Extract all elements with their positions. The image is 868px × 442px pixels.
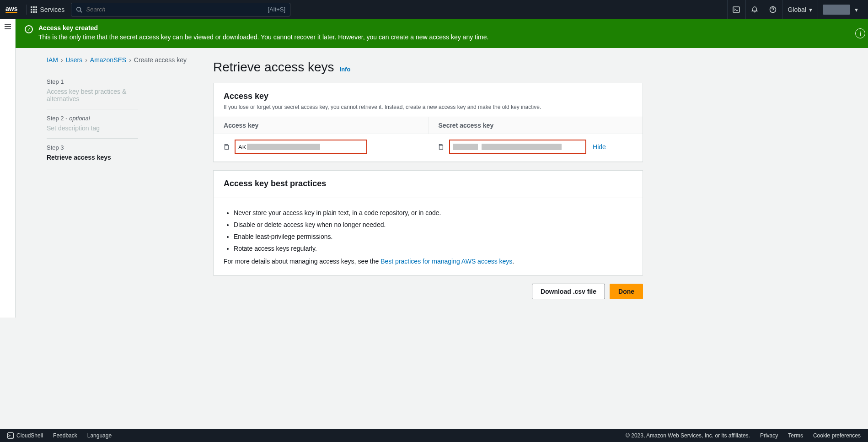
svg-line-10 bbox=[80, 11, 82, 12]
list-item: Enable least-privilege permissions. bbox=[234, 233, 632, 240]
cloudshell-icon[interactable] bbox=[727, 0, 745, 19]
svg-rect-8 bbox=[36, 11, 38, 13]
language-link[interactable]: Language bbox=[87, 432, 112, 439]
account-menu[interactable]: ▾ bbox=[818, 0, 863, 19]
success-check-icon: ✓ bbox=[25, 25, 33, 33]
search-kbd-hint: [Alt+S] bbox=[268, 6, 285, 13]
breadcrumb-link-users[interactable]: Users bbox=[66, 56, 83, 64]
secret-redacted-1 bbox=[453, 144, 478, 150]
divider bbox=[27, 5, 27, 15]
terms-link[interactable]: Terms bbox=[788, 432, 803, 439]
info-circle-icon[interactable]: i bbox=[855, 28, 865, 38]
header-utilities: Global ▾ ▾ bbox=[727, 0, 863, 19]
region-label: Global bbox=[788, 6, 806, 13]
access-key-prefix: AK bbox=[238, 144, 246, 151]
flash-description: This is the only time that the secret ac… bbox=[38, 33, 488, 41]
services-menu[interactable]: Services bbox=[31, 6, 64, 13]
chevron-right-icon: › bbox=[61, 56, 63, 64]
best-practices-doc-link[interactable]: Best practices for managing AWS access k… bbox=[380, 258, 512, 265]
download-csv-button[interactable]: Download .csv file bbox=[532, 284, 605, 299]
access-key-redacted bbox=[247, 144, 320, 150]
card-heading: Access key best practices bbox=[224, 179, 632, 189]
access-key-card: Access key If you lose or forget your se… bbox=[213, 83, 643, 162]
step-number-text: Step 2 bbox=[47, 115, 64, 122]
step-1: Step 1 Access key best practices & alter… bbox=[47, 73, 138, 109]
list-item: Rotate access keys regularly. bbox=[234, 245, 632, 252]
aws-logo[interactable]: aws bbox=[5, 6, 17, 13]
best-practices-card: Access key best practices Never store yo… bbox=[213, 170, 643, 275]
cloudshell-footer-button[interactable]: >_ CloudShell bbox=[7, 432, 43, 439]
region-selector[interactable]: Global ▾ bbox=[782, 0, 818, 19]
svg-rect-11 bbox=[733, 7, 739, 12]
caret-down-icon: ▾ bbox=[809, 6, 812, 13]
svg-rect-0 bbox=[31, 6, 32, 8]
breadcrumb-current: Create access key bbox=[134, 56, 187, 64]
info-link[interactable]: Info bbox=[340, 66, 351, 73]
global-search[interactable]: [Alt+S] bbox=[71, 3, 290, 16]
search-icon bbox=[76, 6, 82, 13]
secret-key-value bbox=[449, 140, 586, 154]
breadcrumb: IAM › Users › AmazonSES › Create access … bbox=[47, 56, 187, 64]
done-button[interactable]: Done bbox=[610, 284, 643, 299]
copyright-text: © 2023, Amazon Web Services, Inc. or its… bbox=[626, 432, 750, 439]
chevron-right-icon: › bbox=[129, 56, 131, 64]
svg-rect-1 bbox=[33, 6, 35, 8]
step-title: Set description tag bbox=[47, 124, 138, 132]
hide-secret-link[interactable]: Hide bbox=[593, 143, 606, 151]
svg-rect-2 bbox=[36, 6, 38, 8]
services-label: Services bbox=[40, 6, 64, 13]
breadcrumb-link-user[interactable]: AmazonSES bbox=[90, 56, 126, 64]
list-item: Never store your access key in plain tex… bbox=[234, 209, 632, 216]
step-3: Step 3 Retrieve access keys bbox=[47, 139, 138, 167]
list-item: Disable or delete access key when no lon… bbox=[234, 221, 632, 228]
feedback-link[interactable]: Feedback bbox=[53, 432, 77, 439]
page-title: Retrieve access keys bbox=[213, 60, 334, 75]
wizard-actions: Download .csv file Done bbox=[213, 284, 643, 299]
account-name-redacted bbox=[823, 5, 850, 15]
footer-suffix: . bbox=[512, 258, 514, 265]
best-practices-footer: For more details about managing access k… bbox=[224, 258, 632, 265]
grid-icon bbox=[31, 6, 37, 13]
aws-logo-smile bbox=[5, 12, 17, 13]
access-key-value: AK bbox=[235, 140, 367, 154]
svg-rect-16 bbox=[225, 146, 229, 150]
cookie-preferences-link[interactable]: Cookie preferences bbox=[813, 432, 861, 439]
footer-text: For more details about managing access k… bbox=[224, 258, 380, 265]
copy-secret-key-button[interactable] bbox=[436, 142, 445, 151]
svg-rect-6 bbox=[31, 11, 32, 13]
breadcrumb-link-iam[interactable]: IAM bbox=[47, 56, 58, 64]
step-title: Retrieve access keys bbox=[47, 154, 138, 161]
svg-rect-5 bbox=[36, 9, 38, 11]
secret-redacted-2 bbox=[482, 144, 562, 150]
cloudshell-label: CloudShell bbox=[16, 432, 43, 439]
cloudshell-icon: >_ bbox=[7, 432, 14, 439]
global-header: aws Services [Alt+S] Global ▾ ▾ bbox=[0, 0, 868, 19]
step-number: Step 2 - optional bbox=[47, 115, 138, 122]
caret-down-icon: ▾ bbox=[855, 6, 858, 13]
step-title: Access key best practices & alternatives bbox=[47, 88, 138, 102]
help-icon[interactable] bbox=[764, 0, 782, 19]
svg-point-9 bbox=[77, 7, 81, 11]
aws-logo-text: aws bbox=[5, 6, 17, 11]
svg-rect-17 bbox=[439, 146, 443, 150]
flash-title: Access key created bbox=[38, 24, 488, 32]
step-number: Step 1 bbox=[47, 78, 138, 85]
search-input[interactable] bbox=[86, 6, 264, 13]
card-subtext: If you lose or forget your secret access… bbox=[224, 104, 632, 110]
card-heading: Access key bbox=[224, 92, 632, 101]
step-number: Step 3 bbox=[47, 144, 138, 151]
chevron-right-icon: › bbox=[85, 56, 87, 64]
side-drawer-toggle-col bbox=[0, 19, 16, 318]
privacy-link[interactable]: Privacy bbox=[760, 432, 778, 439]
notifications-icon[interactable] bbox=[745, 0, 764, 19]
svg-rect-3 bbox=[31, 9, 32, 11]
column-header-access-key: Access key bbox=[214, 117, 429, 134]
svg-rect-7 bbox=[33, 11, 35, 13]
step-optional: optional bbox=[69, 115, 90, 122]
success-flash: ✓ Access key created This is the only ti… bbox=[16, 19, 868, 48]
copy-access-key-button[interactable] bbox=[222, 142, 231, 151]
step-2: Step 2 - optional Set description tag bbox=[47, 109, 138, 139]
column-header-secret: Secret access key bbox=[429, 117, 643, 134]
best-practices-list: Never store your access key in plain tex… bbox=[224, 209, 632, 252]
menu-toggle-button[interactable] bbox=[4, 23, 11, 318]
